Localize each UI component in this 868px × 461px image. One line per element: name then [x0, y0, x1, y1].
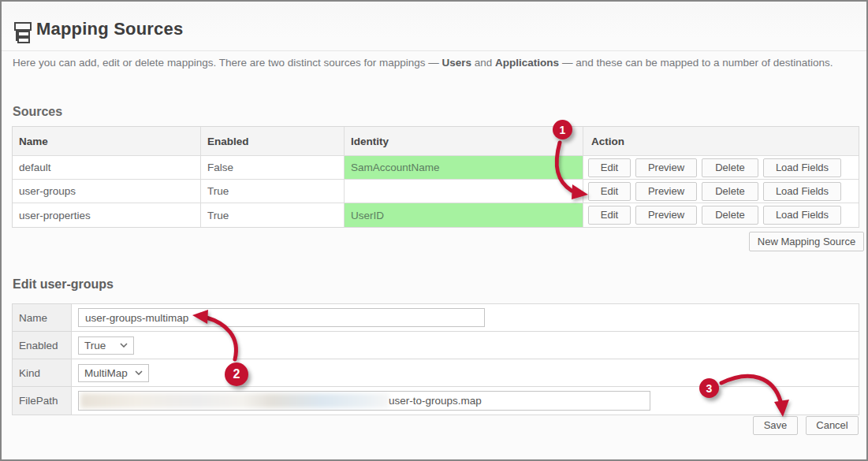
cancel-button[interactable]: Cancel	[806, 416, 859, 435]
enabled-field-row: True	[72, 332, 859, 359]
table-cell-enabled: True	[201, 203, 345, 227]
table-cell-name: default	[13, 156, 201, 180]
edit-button[interactable]: Edit	[588, 182, 631, 201]
delete-button[interactable]: Delete	[702, 206, 758, 225]
filepath-field-label: FilePath	[13, 387, 72, 415]
edit-button[interactable]: Edit	[588, 158, 631, 177]
delete-button[interactable]: Delete	[702, 182, 758, 201]
enabled-select-value: True	[84, 340, 106, 351]
header-divider	[2, 50, 866, 51]
step-2-badge: 2	[225, 362, 248, 386]
description-text: and	[471, 57, 495, 69]
column-header-identity: Identity	[345, 127, 583, 156]
step-3-badge: 3	[699, 378, 719, 398]
edit-form-heading: Edit user-groups	[13, 277, 114, 292]
preview-button[interactable]: Preview	[635, 182, 697, 201]
column-header-enabled: Enabled	[201, 127, 345, 156]
page-description: Here you can add, edit or delete mapping…	[13, 57, 833, 69]
description-bold-users: Users	[442, 57, 472, 69]
delete-button[interactable]: Delete	[702, 158, 758, 177]
table-cell-enabled: False	[201, 156, 345, 180]
table-cell-name: user-groups	[13, 180, 201, 203]
kind-field-label: Kind	[13, 359, 72, 387]
column-header-action: Action	[583, 127, 859, 156]
table-cell-enabled: True	[201, 180, 345, 203]
filepath-field-row: user-to-groups.map	[72, 387, 859, 415]
table-cell-identity: UserID	[345, 203, 583, 227]
step-1-badge: 1	[553, 120, 572, 139]
edit-button[interactable]: Edit	[588, 206, 631, 225]
sitemap-icon	[12, 21, 33, 46]
description-text: Here you can add, edit or delete mapping…	[13, 57, 442, 69]
enabled-select[interactable]: True	[78, 336, 134, 355]
kind-select-value: MultiMap	[84, 367, 128, 379]
column-header-name: Name	[13, 127, 201, 156]
preview-button[interactable]: Preview	[635, 158, 697, 177]
save-button[interactable]: Save	[753, 416, 798, 435]
kind-field-row: MultiMap	[72, 359, 859, 387]
sources-heading: Sources	[13, 105, 62, 119]
chevron-down-icon	[120, 343, 128, 348]
filepath-filename: user-to-groups.map	[389, 395, 482, 407]
name-input[interactable]	[78, 308, 485, 327]
edit-user-groups-form: Name Enabled True Kind MultiMap FilePath	[12, 303, 859, 415]
load-fields-button[interactable]: Load Fields	[763, 158, 841, 177]
filepath-input[interactable]: user-to-groups.map	[78, 391, 650, 411]
description-bold-applications: Applications	[495, 57, 559, 69]
load-fields-button[interactable]: Load Fields	[763, 182, 841, 201]
sources-table: Name Enabled Identity Action default Fal…	[12, 126, 859, 228]
enabled-field-label: Enabled	[13, 332, 72, 359]
table-cell-identity	[345, 180, 583, 203]
name-field-row	[72, 304, 859, 332]
kind-select[interactable]: MultiMap	[78, 364, 149, 382]
filepath-redacted-segment	[80, 393, 389, 408]
table-cell-name: user-properties	[13, 203, 201, 227]
description-text: — and these can be mapped to a number of…	[559, 57, 833, 69]
mapping-sources-page: Mapping Sources Here you can add, edit o…	[0, 0, 868, 461]
table-cell-identity: SamAccountName	[345, 156, 583, 180]
table-cell-actions: Edit Preview Delete Load Fields	[583, 156, 859, 180]
name-field-label: Name	[13, 304, 72, 332]
table-cell-actions: Edit Preview Delete Load Fields	[583, 180, 859, 203]
load-fields-button[interactable]: Load Fields	[763, 206, 841, 225]
page-title: Mapping Sources	[36, 19, 183, 39]
chevron-down-icon	[135, 370, 143, 375]
table-cell-actions: Edit Preview Delete Load Fields	[583, 203, 859, 227]
preview-button[interactable]: Preview	[635, 206, 697, 225]
new-mapping-source-button[interactable]: New Mapping Source	[749, 232, 864, 251]
